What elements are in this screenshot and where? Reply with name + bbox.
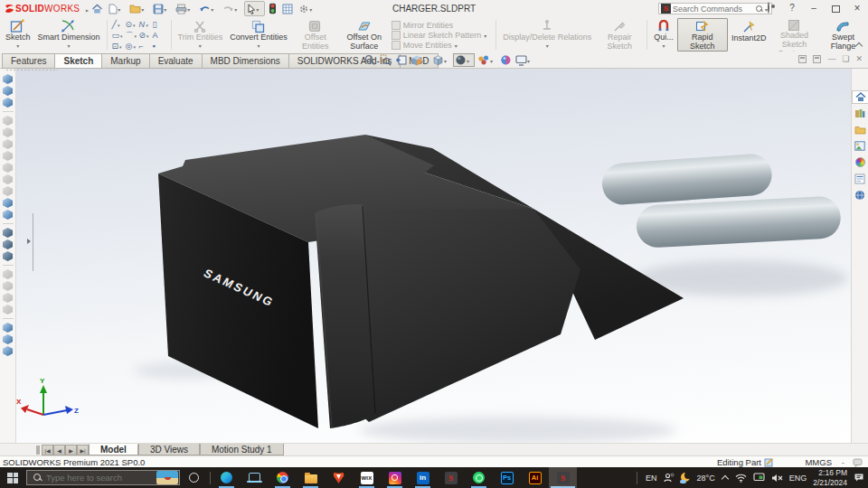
tab-sketch[interactable]: Sketch — [54, 53, 101, 69]
command-search[interactable]: S — [658, 3, 772, 14]
options-table-button[interactable] — [280, 1, 295, 16]
circle-tool[interactable]: ⊙ — [126, 20, 139, 29]
chevron-down-icon[interactable] — [444, 52, 450, 69]
chevron-down-icon[interactable] — [66, 42, 72, 52]
offset-on-surface-button[interactable]: Offset On Surface — [340, 18, 389, 52]
task-pane-home-button[interactable] — [852, 90, 868, 104]
temperature-text[interactable]: 28°C — [697, 474, 715, 483]
settings-button[interactable] — [297, 1, 317, 16]
forum-button[interactable] — [853, 188, 867, 202]
quick-snaps-button[interactable]: Qui... — [650, 18, 677, 52]
minimize-button[interactable]: – — [803, 0, 825, 17]
custom-properties-button[interactable] — [853, 172, 867, 185]
clock[interactable]: 2:16 PM 2/21/2024 — [813, 468, 847, 486]
display-status-button[interactable] — [753, 473, 765, 483]
search-highlight-image[interactable] — [156, 471, 178, 484]
solidworks-active-taskbar-button[interactable]: S — [549, 467, 577, 488]
prev-tab-button[interactable]: ◀ — [53, 445, 65, 455]
volume-muted-button[interactable] — [771, 474, 783, 483]
wifi-button[interactable] — [735, 474, 747, 483]
chevron-down-icon[interactable] — [211, 1, 217, 17]
perimeter-circle-tool[interactable]: ◎ — [126, 42, 139, 51]
rapid-sketch-button[interactable]: Rapid Sketch — [677, 18, 728, 52]
motion-study-tab[interactable]: Motion Study 1 — [200, 444, 284, 455]
taskbar-search[interactable] — [26, 470, 180, 485]
chevron-down-icon[interactable] — [309, 1, 316, 17]
doc-restore-icon[interactable]: ❏ — [842, 54, 849, 63]
fillet-tool[interactable]: ⌐ — [139, 42, 153, 51]
center-rectangle-tool[interactable]: ▭ — [112, 31, 126, 40]
chevron-down-icon[interactable] — [146, 20, 152, 29]
chevron-down-icon[interactable] — [527, 52, 533, 69]
left-toolbar-icon[interactable] — [3, 228, 13, 238]
last-tab-button[interactable]: ▶| — [77, 445, 89, 455]
chevron-down-icon[interactable] — [164, 1, 170, 17]
hide-show-items-button[interactable] — [476, 53, 497, 67]
doc-window-icon[interactable] — [798, 55, 807, 63]
command-search-input[interactable] — [673, 5, 756, 14]
charger-3d-model[interactable]: SAMSUNG X Y Z — [16, 69, 851, 443]
user-account-button[interactable] — [758, 0, 779, 17]
display-style-button[interactable] — [453, 53, 475, 67]
spline-tool[interactable]: N — [139, 20, 153, 29]
instant2d-button[interactable]: Instant2D — [728, 18, 770, 52]
point-tool[interactable]: ▪ — [153, 42, 166, 51]
language-badge[interactable]: ENG — [789, 474, 807, 483]
edit-appearance-button[interactable] — [499, 53, 513, 67]
weather-button[interactable] — [681, 473, 691, 483]
chevron-down-icon[interactable] — [467, 52, 473, 69]
tab-splitter[interactable] — [36, 446, 40, 455]
chevron-down-icon[interactable] — [256, 1, 262, 17]
cortana-button[interactable] — [180, 467, 208, 488]
convert-entities-button[interactable]: Convert Entities — [226, 18, 291, 52]
zoom-to-fit-button[interactable] — [363, 53, 377, 67]
text-tool[interactable]: A — [153, 31, 166, 40]
visualize-button[interactable] — [267, 1, 278, 16]
action-center-button[interactable] — [854, 473, 864, 483]
featuremanager-collapsed-handle[interactable] — [25, 213, 33, 271]
start-button[interactable] — [0, 467, 25, 488]
photoshop-button[interactable]: Ps — [493, 467, 521, 488]
left-toolbar-icon[interactable] — [3, 98, 13, 108]
appearances-button[interactable] — [853, 155, 867, 169]
tab-features[interactable]: Features — [2, 53, 54, 69]
chrome-button[interactable] — [269, 467, 297, 488]
arc-tool[interactable]: ⌒ — [126, 30, 139, 42]
left-toolbar-icon[interactable] — [3, 323, 13, 333]
file-explorer-button[interactable] — [297, 467, 325, 488]
left-toolbar-icon[interactable] — [3, 239, 13, 249]
sketch-tool-button[interactable]: Sketch — [2, 18, 34, 52]
illustrator-button[interactable]: Ai — [521, 467, 549, 488]
chevron-down-icon[interactable] — [187, 1, 193, 17]
left-toolbar-icon[interactable] — [3, 251, 13, 261]
ellipse-tool[interactable]: ⊘ — [139, 31, 153, 40]
left-toolbar-icon[interactable] — [3, 346, 13, 356]
slot-tool[interactable]: ⊡ — [112, 42, 126, 51]
first-tab-button[interactable]: |◀ — [42, 445, 53, 455]
section-view-button[interactable] — [410, 53, 429, 67]
chevron-down-icon[interactable] — [118, 1, 124, 17]
doc-close-icon[interactable]: ✕ — [855, 54, 863, 63]
next-tab-button[interactable]: ▶ — [65, 445, 77, 455]
view-orientation-button[interactable] — [431, 53, 451, 67]
model-tab[interactable]: Model — [89, 444, 138, 455]
graphics-viewport[interactable]: SAMSUNG X Y Z — [16, 69, 851, 443]
left-toolbar-icon[interactable] — [3, 86, 13, 96]
file-explorer-button[interactable] — [853, 123, 867, 136]
chevron-down-icon[interactable] — [141, 1, 147, 17]
units-dropdown[interactable]: - — [842, 457, 844, 467]
chevron-down-icon[interactable] — [661, 42, 667, 52]
line-tool[interactable]: ╱ — [112, 20, 126, 29]
wix-button[interactable]: WIX — [353, 467, 381, 488]
units-selector[interactable]: MMGS — [805, 457, 832, 467]
tab-evaluate[interactable]: Evaluate — [149, 53, 202, 69]
open-button[interactable] — [127, 1, 149, 16]
people-button[interactable] — [664, 473, 675, 483]
left-toolbar-icon[interactable] — [3, 334, 13, 344]
ribbon-collapse-icon[interactable] — [855, 41, 863, 48]
print-button[interactable] — [174, 1, 195, 16]
chevron-down-icon[interactable] — [422, 52, 429, 69]
tray-expand-icon[interactable] — [722, 474, 729, 482]
view-settings-button[interactable] — [514, 53, 534, 67]
3d-views-tab[interactable]: 3D Views — [138, 444, 200, 455]
